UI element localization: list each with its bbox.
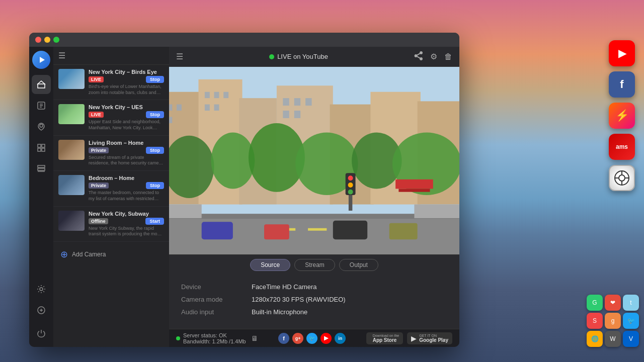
camera-list-item[interactable]: Bedroom – Home Private Stop The master b…	[53, 171, 169, 206]
mini-icon-4[interactable]: S	[587, 313, 603, 329]
svg-rect-13	[38, 144, 41, 147]
sidebar-power-btn[interactable]	[32, 324, 51, 343]
close-dot[interactable]	[35, 37, 41, 43]
sidebar-plus-btn[interactable]	[32, 301, 51, 320]
maximize-dot[interactable]	[53, 37, 59, 43]
app-store-text: Download on the App Store	[373, 334, 399, 343]
mini-icon-7[interactable]: 🌐	[587, 331, 603, 347]
plus-icon	[37, 306, 46, 315]
dock-youtube-icon[interactable]: ▶	[609, 40, 635, 66]
add-camera-label: Add Camera	[72, 251, 106, 258]
camera-status-badge: Private	[89, 147, 109, 153]
camera-stop-button[interactable]: Stop	[146, 147, 164, 154]
mini-icon-5[interactable]: g	[605, 313, 621, 329]
svg-rect-39	[223, 92, 228, 98]
camera-stop-button[interactable]: Stop	[146, 76, 164, 83]
main-content: ☰ New York City – Birds Eye LIVE Stop Bi…	[29, 47, 459, 347]
dock-ams-icon[interactable]: ams	[609, 134, 635, 160]
screen-icon: 🖥	[251, 334, 258, 342]
svg-rect-64	[395, 179, 433, 189]
camera-start-button[interactable]: Start	[145, 218, 164, 225]
tab-stream[interactable]: Stream	[294, 259, 335, 271]
camera-list-item[interactable]: Living Room – Home Private Stop Secured …	[53, 136, 169, 171]
title-bar	[29, 33, 459, 47]
svg-rect-43	[294, 98, 300, 106]
camera-description: Bird's-eye view of Lower Manhattan, zoom…	[89, 84, 164, 96]
camera-info: New York City – UES LIVE Stop Upper East…	[89, 104, 164, 131]
camera-list-header: ☰	[53, 47, 169, 65]
sidebar-grid-btn[interactable]	[32, 138, 51, 157]
dock-bottom-row-1: G ❤ t	[587, 295, 639, 311]
mini-icon-3[interactable]: t	[623, 295, 639, 311]
sidebar-list-btn[interactable]	[32, 159, 51, 178]
mini-icon-2[interactable]: ❤	[605, 295, 621, 311]
svg-rect-14	[42, 144, 45, 147]
settings-gear-icon[interactable]: ⚙	[430, 52, 437, 61]
delete-icon[interactable]: 🗑	[444, 52, 452, 61]
google-play-text: GET IT ON Google Play	[419, 334, 448, 343]
library-icon	[37, 101, 46, 110]
camera-status-badge: LIVE	[89, 76, 104, 82]
hamburger-icon[interactable]: ☰	[58, 51, 65, 60]
add-camera-button[interactable]: ⊕ Add Camera	[53, 244, 169, 265]
share-icon[interactable]	[414, 51, 423, 62]
flash-icon: ⚡	[615, 109, 629, 122]
grid-icon	[37, 143, 46, 152]
tab-source[interactable]: Source	[250, 259, 290, 271]
social-facebook-icon[interactable]: f	[278, 333, 289, 344]
sidebar-settings-btn[interactable]	[32, 280, 51, 299]
tab-output[interactable]: Output	[339, 259, 378, 271]
svg-rect-56	[308, 228, 327, 231]
svg-rect-58	[169, 205, 202, 218]
add-camera-plus-icon: ⊕	[60, 249, 68, 260]
social-twitter-icon[interactable]: 🐦	[306, 333, 317, 344]
svg-rect-15	[38, 148, 41, 151]
live-status-text: LIVE on YouTube	[277, 53, 328, 60]
live-indicator: LIVE on YouTube	[188, 53, 409, 60]
app-store-name: App Store	[373, 337, 399, 343]
sidebar-location-btn[interactable]	[32, 117, 51, 136]
svg-rect-46	[294, 111, 300, 118]
sidebar-home-btn[interactable]	[32, 75, 51, 94]
dock-facebook-icon[interactable]: f	[609, 71, 635, 98]
social-googleplus-icon[interactable]: g+	[292, 333, 303, 344]
dock-5-icon[interactable]	[609, 165, 635, 191]
svg-rect-18	[38, 168, 45, 170]
svg-rect-45	[283, 111, 289, 118]
topbar-menu-icon[interactable]: ☰	[176, 52, 183, 61]
social-youtube-icon[interactable]: ▶	[320, 333, 332, 344]
detail-device-row: Device FaceTime HD Camera	[181, 283, 447, 291]
camera-info: New York City – Birds Eye LIVE Stop Bird…	[89, 69, 164, 96]
mini-icon-1[interactable]: G	[587, 295, 603, 311]
minimize-dot[interactable]	[44, 37, 50, 43]
camera-name: New York City – Birds Eye	[89, 69, 164, 75]
sidebar-library-btn[interactable]	[32, 96, 51, 115]
app-logo[interactable]	[32, 51, 50, 69]
device-value: FaceTime HD Camera	[252, 283, 317, 291]
google-play-badge[interactable]: ▶ GET IT ON Google Play	[407, 332, 452, 344]
camera-list-item[interactable]: New York City, Subway Offline Start New …	[53, 207, 169, 242]
app-window: ☰ New York City – Birds Eye LIVE Stop Bi…	[29, 33, 459, 347]
dock-right: ▶ f ⚡ ams	[609, 40, 635, 191]
svg-rect-61	[264, 224, 289, 239]
camera-stop-button[interactable]: Stop	[146, 182, 164, 189]
camera-status-row: Private Stop	[89, 182, 164, 189]
5-crosshair-icon	[614, 170, 630, 186]
svg-rect-7	[38, 84, 45, 88]
camera-stop-button[interactable]: Stop	[146, 111, 164, 118]
camera-name: Bedroom – Home	[89, 175, 164, 181]
mini-icon-6[interactable]: 🐦	[623, 313, 639, 329]
mini-icon-8[interactable]: W	[605, 331, 621, 347]
mini-icon-9[interactable]: V	[623, 331, 639, 347]
camera-list-item[interactable]: New York City – Birds Eye LIVE Stop Bird…	[53, 65, 169, 100]
svg-rect-62	[333, 221, 367, 239]
app-store-sub: Download on the	[373, 334, 399, 337]
tabs-row: Source Stream Output	[169, 254, 459, 275]
video-preview	[169, 67, 459, 254]
app-store-badge[interactable]: Download on the App Store	[366, 332, 404, 344]
camera-status-row: LIVE Stop	[89, 76, 164, 83]
camera-list-item[interactable]: New York City – UES LIVE Stop Upper East…	[53, 100, 169, 135]
social-linkedin-icon[interactable]: in	[335, 333, 346, 344]
dock-flash-icon[interactable]: ⚡	[609, 103, 635, 129]
camera-mode-label: Camera mode	[181, 296, 252, 303]
